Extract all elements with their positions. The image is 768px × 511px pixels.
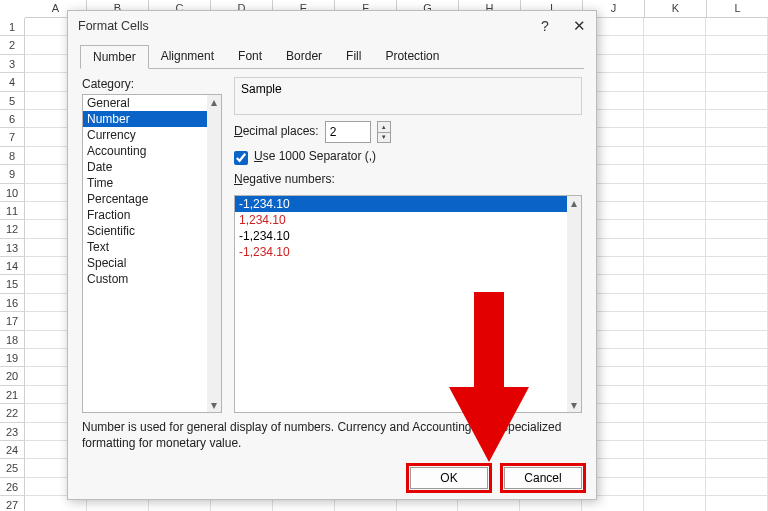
cell[interactable] (644, 367, 706, 385)
cell[interactable] (706, 349, 768, 367)
cell[interactable] (644, 110, 706, 128)
category-item[interactable]: Currency (83, 127, 221, 143)
cell[interactable] (644, 239, 706, 257)
scroll-up-icon[interactable]: ▴ (207, 95, 221, 109)
cell[interactable] (706, 18, 768, 36)
category-item[interactable]: Fraction (83, 207, 221, 223)
category-item[interactable]: Date (83, 159, 221, 175)
ok-button[interactable]: OK (410, 467, 488, 489)
row-header[interactable]: 9 (0, 165, 25, 183)
cell[interactable] (644, 312, 706, 330)
cell[interactable] (644, 147, 706, 165)
category-item[interactable]: Special (83, 255, 221, 271)
thousand-separator-checkbox[interactable] (234, 151, 248, 165)
cell[interactable] (644, 92, 706, 110)
cell[interactable] (706, 294, 768, 312)
cell[interactable] (644, 128, 706, 146)
cell[interactable] (644, 496, 706, 511)
negative-number-item[interactable]: -1,234.10 (235, 244, 581, 260)
row-header[interactable]: 4 (0, 73, 25, 91)
cell[interactable] (644, 441, 706, 459)
category-listbox[interactable]: GeneralNumberCurrencyAccountingDateTimeP… (82, 94, 222, 413)
row-header[interactable]: 17 (0, 312, 25, 330)
row-header[interactable]: 21 (0, 386, 25, 404)
cell[interactable] (706, 128, 768, 146)
cell[interactable] (706, 239, 768, 257)
cell[interactable] (644, 459, 706, 477)
cell[interactable] (644, 478, 706, 496)
row-header[interactable]: 6 (0, 110, 25, 128)
cell[interactable] (706, 275, 768, 293)
cell[interactable] (706, 423, 768, 441)
row-header[interactable]: 2 (0, 36, 25, 54)
cell[interactable] (644, 18, 706, 36)
row-header[interactable]: 20 (0, 367, 25, 385)
cell[interactable] (644, 404, 706, 422)
decimal-places-input[interactable] (325, 121, 371, 143)
category-item[interactable]: Custom (83, 271, 221, 287)
cell[interactable] (644, 294, 706, 312)
category-item[interactable]: Text (83, 239, 221, 255)
row-header[interactable]: 13 (0, 239, 25, 257)
cell[interactable] (644, 349, 706, 367)
scrollbar[interactable]: ▴ ▾ (207, 95, 221, 412)
row-header[interactable]: 1 (0, 18, 25, 36)
row-header[interactable]: 27 (0, 496, 25, 511)
column-header[interactable]: L (707, 0, 768, 18)
row-header[interactable]: 16 (0, 294, 25, 312)
negative-numbers-listbox[interactable]: -1,234.101,234.10-1,234.10-1,234.10 ▴ ▾ (234, 195, 582, 413)
category-item[interactable]: Time (83, 175, 221, 191)
cell[interactable] (644, 36, 706, 54)
cell[interactable] (706, 478, 768, 496)
cell[interactable] (644, 257, 706, 275)
row-header[interactable]: 26 (0, 478, 25, 496)
cell[interactable] (706, 165, 768, 183)
cell[interactable] (644, 331, 706, 349)
row-header[interactable]: 24 (0, 441, 25, 459)
scrollbar[interactable]: ▴ ▾ (567, 196, 581, 412)
column-header[interactable]: K (645, 0, 707, 18)
cell[interactable] (706, 441, 768, 459)
tab-number[interactable]: Number (80, 45, 149, 69)
negative-number-item[interactable]: -1,234.10 (235, 196, 581, 212)
help-button[interactable]: ? (528, 11, 562, 41)
cell[interactable] (706, 312, 768, 330)
row-header[interactable]: 23 (0, 423, 25, 441)
row-header[interactable]: 12 (0, 220, 25, 238)
row-header[interactable]: 8 (0, 147, 25, 165)
cell[interactable] (644, 423, 706, 441)
cancel-button[interactable]: Cancel (504, 467, 582, 489)
tab-font[interactable]: Font (226, 45, 274, 69)
negative-number-item[interactable]: -1,234.10 (235, 228, 581, 244)
row-header[interactable]: 3 (0, 55, 25, 73)
row-header[interactable]: 22 (0, 404, 25, 422)
scroll-down-icon[interactable]: ▾ (567, 398, 581, 412)
row-header[interactable]: 25 (0, 459, 25, 477)
scroll-up-icon[interactable]: ▴ (567, 196, 581, 210)
cell[interactable] (706, 496, 768, 511)
spinner-down-icon[interactable]: ▼ (378, 133, 390, 143)
row-header[interactable]: 15 (0, 275, 25, 293)
cell[interactable] (644, 220, 706, 238)
cell[interactable] (706, 147, 768, 165)
decimal-spinner[interactable]: ▲ ▼ (377, 121, 391, 143)
tab-protection[interactable]: Protection (373, 45, 451, 69)
row-header[interactable]: 14 (0, 257, 25, 275)
cell[interactable] (706, 202, 768, 220)
cell[interactable] (706, 36, 768, 54)
category-item[interactable]: General (83, 95, 221, 111)
cell[interactable] (644, 73, 706, 91)
row-header[interactable]: 19 (0, 349, 25, 367)
scroll-down-icon[interactable]: ▾ (207, 398, 221, 412)
cell[interactable] (706, 367, 768, 385)
tab-border[interactable]: Border (274, 45, 334, 69)
cell[interactable] (644, 184, 706, 202)
category-item[interactable]: Number (83, 111, 221, 127)
row-header[interactable]: 10 (0, 184, 25, 202)
cell[interactable] (706, 110, 768, 128)
cell[interactable] (644, 386, 706, 404)
cell[interactable] (706, 257, 768, 275)
tab-fill[interactable]: Fill (334, 45, 373, 69)
cell[interactable] (706, 404, 768, 422)
negative-number-item[interactable]: 1,234.10 (235, 212, 581, 228)
